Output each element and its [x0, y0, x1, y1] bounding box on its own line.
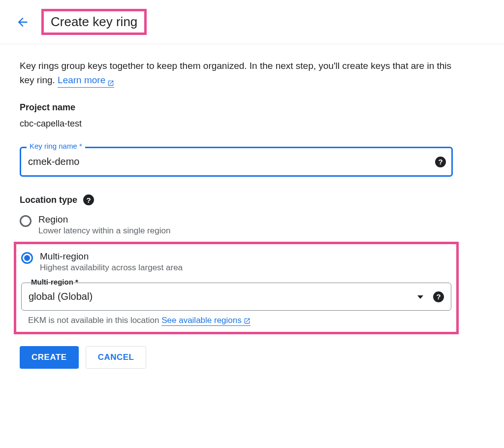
chevron-down-icon — [417, 291, 423, 302]
multi-region-select-field: Multi-region * global (Global) ? — [21, 283, 451, 311]
radio-region[interactable]: Region Lower latency within a single reg… — [20, 213, 453, 237]
learn-more-label: Learn more — [58, 73, 105, 88]
multi-region-highlight: Multi-region Highest availability across… — [14, 242, 459, 334]
helper-prefix: EKM is not available in this location — [28, 316, 161, 325]
see-regions-link[interactable]: See available regions — [161, 316, 251, 326]
content-area: Key rings group keys together to keep th… — [0, 44, 472, 384]
radio-region-desc: Lower latency within a single region — [38, 226, 170, 236]
multi-region-select[interactable]: global (Global) ? — [21, 283, 451, 311]
multi-region-selected-value: global (Global) — [29, 291, 93, 302]
help-icon[interactable]: ? — [83, 194, 94, 205]
page-title: Create key ring — [51, 14, 137, 30]
page-header: Create key ring — [0, 0, 504, 44]
radio-multi-label: Multi-region — [40, 251, 183, 262]
radio-icon[interactable] — [20, 215, 32, 227]
key-ring-name-field: Key ring name * ? — [20, 147, 453, 177]
back-arrow-icon[interactable] — [16, 15, 30, 29]
radio-multi-region[interactable]: Multi-region Highest availability across… — [21, 250, 451, 274]
learn-more-link[interactable]: Learn more — [58, 73, 114, 88]
radio-icon[interactable] — [21, 252, 33, 264]
see-regions-label: See available regions — [161, 316, 242, 325]
radio-multi-desc: Highest availability across largest area — [40, 263, 183, 273]
location-type-radio-group: Region Lower latency within a single reg… — [20, 213, 453, 334]
action-buttons: CREATE CANCEL — [20, 346, 453, 369]
external-link-icon — [244, 317, 251, 324]
key-ring-name-input-box[interactable] — [20, 147, 453, 177]
radio-region-label: Region — [38, 214, 170, 225]
project-name-label: Project name — [20, 102, 453, 113]
help-icon[interactable]: ? — [433, 291, 444, 302]
description-text: Key rings group keys together to keep th… — [20, 59, 453, 88]
create-button[interactable]: CREATE — [20, 346, 79, 369]
key-ring-name-label: Key ring name * — [27, 142, 85, 150]
location-type-label: Location type — [20, 195, 77, 205]
title-highlight: Create key ring — [41, 9, 147, 35]
location-type-header: Location type ? — [20, 194, 453, 205]
multi-region-helper: EKM is not available in this location Se… — [28, 316, 451, 326]
project-name-value: cbc-capella-test — [20, 119, 453, 129]
external-link-icon — [107, 77, 114, 84]
cancel-button[interactable]: CANCEL — [86, 346, 147, 369]
key-ring-name-input[interactable] — [28, 156, 427, 167]
help-icon[interactable]: ? — [435, 157, 446, 167]
